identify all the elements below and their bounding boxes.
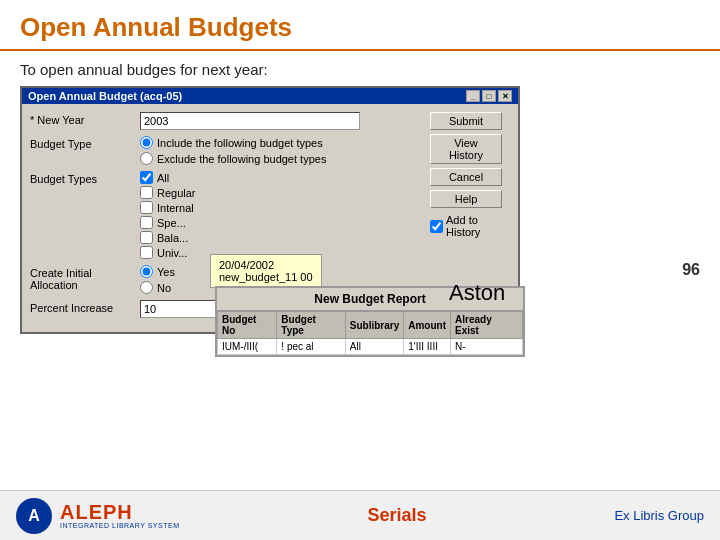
cell-sublibrary: All xyxy=(345,339,403,355)
include-radio-item: Include the following budget types xyxy=(140,136,424,149)
aleph-logo-subtext: INTEGRATED LIBRARY SYSTEM xyxy=(60,522,179,529)
new-year-control xyxy=(140,112,424,130)
checkbox-regular-input[interactable] xyxy=(140,186,153,199)
add-to-history-row: Add to History xyxy=(430,214,510,238)
no-radio[interactable] xyxy=(140,281,153,294)
footer-center-text: Serials xyxy=(367,505,426,526)
add-history-label: Add to History xyxy=(446,214,510,238)
budget-type-label: Budget Type xyxy=(30,136,140,150)
checkbox-balance: Bala... xyxy=(140,231,424,244)
maximize-button[interactable]: □ xyxy=(482,90,496,102)
exclude-radio-label: Exclude the following budget types xyxy=(157,153,326,165)
dialog-titlebar: Open Annual Budget (acq-05) _ □ ✕ xyxy=(22,88,518,104)
budget-types-control: All Regular Internal xyxy=(140,171,424,259)
budget-report-table: Budget No Budget Type Sublibrary Amount … xyxy=(217,311,523,355)
budget-type-radio-group: Include the following budget types Exclu… xyxy=(140,136,424,165)
ex-libris-text: Ex Libris Group xyxy=(614,508,704,523)
budget-types-row: Budget Types All Regular xyxy=(30,171,424,259)
budget-type-control: Include the following budget types Exclu… xyxy=(140,136,424,165)
checkbox-special-label: Spe... xyxy=(157,217,186,229)
col-budget-type: Budget Type xyxy=(277,312,345,339)
tooltip-value: new_budget_11 00 xyxy=(219,271,313,283)
main-content: Open Annual Budget (acq-05) _ □ ✕ * New … xyxy=(0,86,720,334)
cancel-button[interactable]: Cancel xyxy=(430,168,502,186)
checkbox-university-input[interactable] xyxy=(140,246,153,259)
cell-already-exist: N- xyxy=(451,339,523,355)
checkbox-regular-label: Regular xyxy=(157,187,196,199)
create-alloc-label: Create Initial Allocation xyxy=(30,265,140,291)
exclude-radio[interactable] xyxy=(140,152,153,165)
checkbox-university-label: Univ... xyxy=(157,247,187,259)
checkbox-all-label: All xyxy=(157,172,169,184)
footer-logo-left: A ALEPH INTEGRATED LIBRARY SYSTEM xyxy=(16,498,179,534)
dialog-title: Open Annual Budget (acq-05) xyxy=(28,90,182,102)
col-sublibrary: Sublibrary xyxy=(345,312,403,339)
tooltip-box: 20/04/2002 new_budget_11 00 xyxy=(210,254,322,288)
new-year-row: * New Year xyxy=(30,112,424,130)
checkbox-balance-input[interactable] xyxy=(140,231,153,244)
page-header: Open Annual Budgets xyxy=(0,0,720,51)
budget-types-label: Budget Types xyxy=(30,171,140,185)
view-history-button[interactable]: View History xyxy=(430,134,502,164)
minimize-button[interactable]: _ xyxy=(466,90,480,102)
checkbox-special-input[interactable] xyxy=(140,216,153,229)
include-radio-label: Include the following budget types xyxy=(157,137,323,149)
titlebar-buttons: _ □ ✕ xyxy=(466,90,512,102)
page-footer: A ALEPH INTEGRATED LIBRARY SYSTEM Serial… xyxy=(0,490,720,540)
col-already-exist: Already Exist xyxy=(451,312,523,339)
cell-budget-type: ! pec al xyxy=(277,339,345,355)
checkbox-internal: Internal xyxy=(140,201,424,214)
checkbox-balance-label: Bala... xyxy=(157,232,188,244)
checkbox-special: Spe... xyxy=(140,216,424,229)
ex-libris-logo: Ex Libris Group xyxy=(614,508,704,523)
checkbox-internal-input[interactable] xyxy=(140,201,153,214)
checkbox-regular: Regular xyxy=(140,186,424,199)
aleph-logo-text: ALEPH xyxy=(60,502,133,522)
budget-types-checkboxes: All Regular Internal xyxy=(140,171,424,259)
percent-label: Percent Increase xyxy=(30,300,140,314)
new-year-input[interactable] xyxy=(140,112,360,130)
include-radio[interactable] xyxy=(140,136,153,149)
page-title: Open Annual Budgets xyxy=(20,12,700,43)
add-history-checkbox[interactable] xyxy=(430,220,443,233)
exclude-radio-item: Exclude the following budget types xyxy=(140,152,424,165)
col-amount: Amount xyxy=(404,312,451,339)
tooltip-date: 20/04/2002 xyxy=(219,259,313,271)
checkbox-all-input[interactable] xyxy=(140,171,153,184)
logo-icon: A xyxy=(16,498,52,534)
close-button[interactable]: ✕ xyxy=(498,90,512,102)
aleph-logo: ALEPH INTEGRATED LIBRARY SYSTEM xyxy=(60,502,179,529)
no-radio-label: No xyxy=(157,282,171,294)
submit-button[interactable]: Submit xyxy=(430,112,502,130)
yes-radio[interactable] xyxy=(140,265,153,278)
page-subtitle: To open annual budges for next year: xyxy=(0,51,720,86)
cell-amount: 1'III IIII xyxy=(404,339,451,355)
aston-text: Aston xyxy=(449,280,505,306)
checkbox-all: All xyxy=(140,171,424,184)
checkbox-internal-label: Internal xyxy=(157,202,194,214)
col-budget-no: Budget No xyxy=(218,312,277,339)
cell-budget-no: IUM-/III( xyxy=(218,339,277,355)
page-number: 96 xyxy=(682,261,700,279)
budget-type-row: Budget Type Include the following budget… xyxy=(30,136,424,165)
yes-radio-label: Yes xyxy=(157,266,175,278)
help-button[interactable]: Help xyxy=(430,190,502,208)
new-year-label: * New Year xyxy=(30,112,140,126)
table-row: IUM-/III( ! pec al All 1'III IIII N- xyxy=(218,339,523,355)
